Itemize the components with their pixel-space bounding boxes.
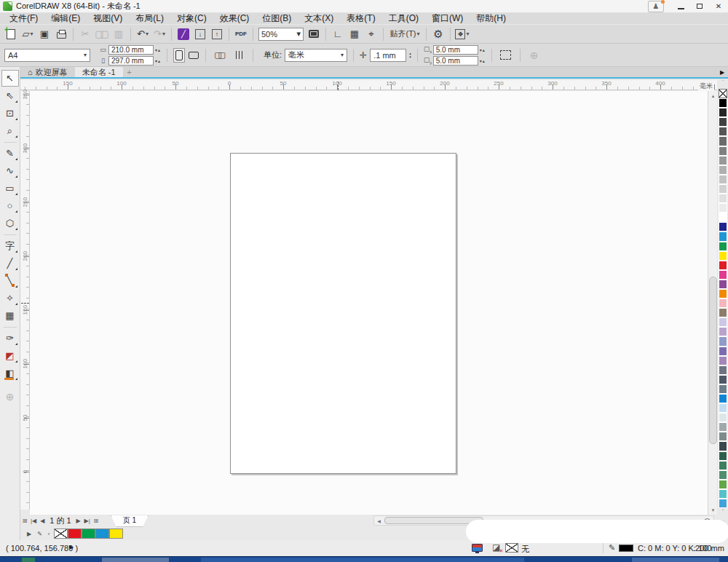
transparency-tool[interactable]: ▦ [1, 307, 19, 324]
palette-swatch[interactable] [719, 356, 727, 365]
fullscreen-preview-button[interactable] [306, 26, 322, 42]
page-a4[interactable] [230, 153, 456, 474]
freehand-tool[interactable]: ✎ [1, 145, 19, 162]
all-pages-button[interactable]: ▢▢ [212, 47, 228, 63]
palette-swatch[interactable] [719, 298, 727, 308]
nudge-distance-field[interactable]: .1 mm [370, 49, 406, 62]
palette-swatch[interactable] [719, 261, 727, 270]
rectangle-tool[interactable]: ▭ [1, 180, 19, 197]
open-button[interactable]: ▱▾ [20, 26, 36, 42]
palette-swatch[interactable] [719, 375, 727, 384]
palette-swatch[interactable] [719, 336, 727, 346]
print-button[interactable] [53, 26, 69, 42]
palette-swatch[interactable] [719, 280, 727, 289]
document-palette-scroll-left[interactable]: ‹ [46, 531, 52, 537]
palette-swatch[interactable] [719, 156, 727, 165]
last-page-button[interactable]: ▶| [83, 515, 92, 526]
menu-item-12[interactable]: 帮助(H) [470, 13, 513, 24]
pick-tool[interactable]: ↖ [1, 70, 19, 87]
add-property-button[interactable]: ⊕ [526, 47, 542, 63]
undo-button[interactable]: ↶▾ [135, 26, 151, 42]
current-page-button[interactable] [231, 47, 247, 63]
page-size-combo[interactable]: A4▾ [4, 49, 90, 62]
palette-swatch[interactable] [719, 461, 727, 470]
windows-taskbar[interactable] [0, 556, 728, 562]
docpalette-swatch[interactable] [95, 529, 109, 539]
units-combo[interactable]: 毫米▾ [285, 49, 347, 62]
page-height-field[interactable]: 297.0 mm [108, 56, 154, 66]
docpalette-swatch[interactable] [68, 529, 82, 539]
menu-item-9[interactable]: 表格(T) [340, 13, 381, 24]
restore-button[interactable] [690, 1, 709, 12]
snap-to-button[interactable]: 贴齐(T)▾ [387, 26, 422, 42]
paste-button[interactable]: ▥ [111, 26, 127, 42]
duplicate-x-field[interactable]: 5.0 mm [433, 45, 478, 55]
palette-swatch[interactable] [719, 327, 727, 336]
palette-swatch[interactable] [719, 480, 727, 489]
menu-item-11[interactable]: 窗口(W) [425, 13, 470, 24]
new-document-button[interactable] [3, 26, 19, 42]
nudge-spinner[interactable]: ▴▾ [409, 52, 411, 59]
connector-tool[interactable]: ╲ [1, 272, 19, 289]
color-eyedropper-tool[interactable]: ✑ [1, 330, 19, 347]
fill-none-swatch[interactable] [505, 543, 518, 553]
palette-swatch[interactable] [719, 117, 727, 127]
new-tab-button[interactable]: + [123, 67, 136, 77]
scroll-left-arrow[interactable]: ◀ [374, 516, 384, 525]
palette-swatch[interactable] [719, 270, 727, 280]
zoom-tool[interactable]: ⌕ [1, 122, 19, 139]
palette-swatch[interactable] [719, 203, 727, 213]
interactive-effect-tool[interactable]: ✧ [1, 290, 19, 306]
parallel-dimension-tool[interactable]: ╱ [1, 255, 19, 272]
palette-swatch[interactable] [719, 489, 727, 499]
palette-swatch[interactable] [719, 98, 727, 108]
palette-swatch[interactable] [719, 365, 727, 375]
export-button[interactable]: ↑ [209, 26, 225, 42]
text-tool[interactable]: 字 [1, 237, 19, 254]
palette-swatch[interactable] [719, 146, 727, 156]
palette-swatch[interactable] [719, 213, 727, 222]
menu-item-3[interactable]: 视图(V) [87, 13, 129, 24]
account-icon[interactable]: ♟ [648, 1, 664, 12]
smart-fill-tool[interactable]: ◧ [1, 365, 19, 381]
outline-pen-icon[interactable]: ✎ [609, 543, 615, 553]
document-palette-eyedropper-icon[interactable]: ✎ [35, 531, 44, 537]
palette-scroll-up[interactable]: ˆ [722, 79, 724, 89]
status-flyout-arrow[interactable]: ▶ [69, 544, 74, 550]
page-height-spinner[interactable]: ▾▴ [155, 58, 161, 63]
show-rulers-button[interactable]: ∟ [330, 26, 346, 42]
save-button[interactable]: ▣ [36, 26, 52, 42]
palette-swatch[interactable] [719, 127, 727, 136]
show-grid-button[interactable]: ▦ [347, 26, 363, 42]
docpalette-swatch[interactable] [109, 529, 123, 539]
palette-swatch[interactable] [719, 413, 727, 422]
redo-button[interactable]: ↷▾ [151, 26, 167, 42]
menu-item-6[interactable]: 效果(C) [213, 13, 256, 24]
tab-untitled-document[interactable]: 未命名 -1 [75, 67, 123, 77]
palette-swatch[interactable] [719, 384, 727, 394]
publish-pdf-button[interactable]: PDF [233, 26, 249, 42]
palette-swatch[interactable] [719, 403, 727, 413]
palette-swatch[interactable] [719, 422, 727, 432]
landscape-button[interactable] [188, 48, 199, 63]
page-width-spinner[interactable]: ▾▴ [155, 47, 161, 52]
page-1-tab[interactable]: 页 1 [111, 515, 149, 527]
copy-button[interactable]: ▢▢ [94, 26, 110, 42]
zoom-level-combo[interactable]: 50%▾ [258, 28, 304, 41]
horizontal-ruler[interactable]: 毫米 15010050050100150200250300350400 [20, 80, 717, 90]
interactive-fill-tool[interactable]: ◩ [1, 347, 19, 364]
palette-swatch[interactable] [719, 136, 727, 146]
palette-swatch[interactable] [719, 347, 727, 356]
vertical-scroll-thumb[interactable] [709, 277, 717, 444]
palette-swatch[interactable] [719, 451, 727, 461]
previous-page-button[interactable]: ◀ [38, 515, 47, 526]
menu-item-7[interactable]: 位图(B) [256, 13, 298, 24]
shape-tool[interactable]: ⇖ [1, 87, 19, 104]
vertical-scrollbar[interactable]: ▲ ▼ [708, 91, 717, 515]
document-palette-flyout-arrow[interactable]: ▶ [25, 531, 33, 537]
menu-item-5[interactable]: 对象(C) [170, 13, 213, 24]
palette-swatch[interactable] [719, 317, 727, 327]
show-guidelines-button[interactable]: ⌖ [363, 26, 379, 42]
palette-swatch[interactable] [719, 231, 727, 241]
add-page-right-button[interactable]: ⊞ [92, 515, 100, 526]
